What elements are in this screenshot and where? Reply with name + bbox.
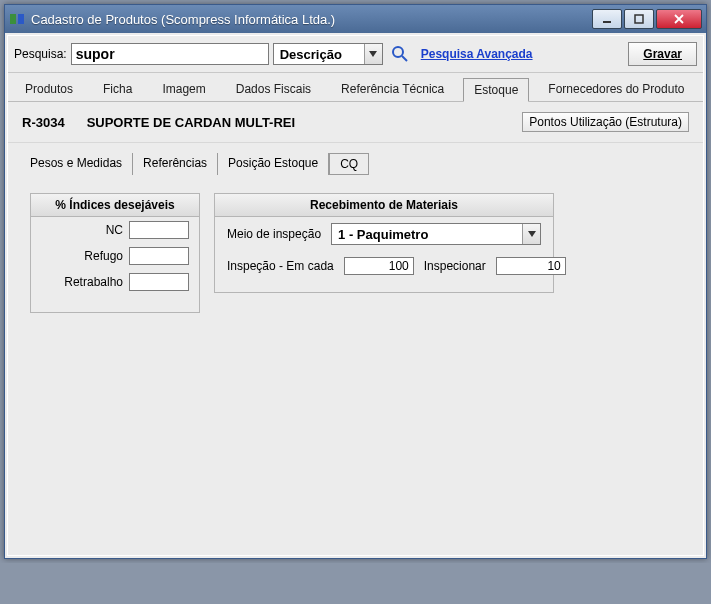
save-button[interactable]: Gravar (628, 42, 697, 66)
search-bar: Pesquisa: Descrição Pesquisa Avançada Gr… (8, 36, 703, 73)
product-description: SUPORTE DE CARDAN MULT-REI (87, 115, 295, 130)
subtab-referencias[interactable]: Referências (133, 153, 218, 175)
maximize-button[interactable] (624, 9, 654, 29)
svg-rect-3 (635, 15, 643, 23)
chevron-down-icon (522, 224, 540, 244)
tab-dados-fiscais[interactable]: Dados Fiscais (225, 77, 322, 101)
recebimento-title: Recebimento de Materiais (215, 194, 553, 217)
subtab-cq[interactable]: CQ (329, 153, 369, 175)
titlebar: Cadastro de Produtos (Scompress Informát… (5, 5, 706, 33)
meio-inspecao-combo[interactable]: 1 - Paquimetro (331, 223, 541, 245)
app-window: Cadastro de Produtos (Scompress Informát… (4, 4, 707, 559)
main-tabs: Produtos Ficha Imagem Dados Fiscais Refe… (8, 73, 703, 102)
search-icon[interactable] (391, 45, 409, 63)
svg-line-5 (402, 56, 407, 61)
recebimento-group: Recebimento de Materiais Meio de inspeçã… (214, 193, 554, 293)
svg-rect-2 (603, 21, 611, 23)
refugo-label: Refugo (84, 249, 123, 263)
svg-rect-1 (18, 14, 24, 24)
subtab-posicao-estoque[interactable]: Posição Estoque (218, 153, 329, 175)
meio-inspecao-value: 1 - Paquimetro (332, 227, 522, 242)
search-label: Pesquisa: (14, 47, 67, 61)
client-area: Pesquisa: Descrição Pesquisa Avançada Gr… (7, 35, 704, 556)
cq-panel: % Índices desejáveis NC Refugo Retrabalh… (8, 175, 703, 555)
nc-label: NC (106, 223, 123, 237)
close-button[interactable] (656, 9, 702, 29)
tab-estoque[interactable]: Estoque (463, 78, 529, 102)
inspecionar-label: Inspecionar (424, 259, 486, 273)
save-button-label: Gravar (643, 47, 682, 61)
meio-inspecao-label: Meio de inspeção (227, 227, 321, 241)
refugo-input[interactable] (129, 247, 189, 265)
svg-rect-0 (10, 14, 16, 24)
indices-title: % Índices desejáveis (31, 194, 199, 217)
app-icon (9, 11, 25, 27)
tab-ficha[interactable]: Ficha (92, 77, 143, 101)
minimize-button[interactable] (592, 9, 622, 29)
emcada-label: Inspeção - Em cada (227, 259, 334, 273)
tab-referencia-tecnica[interactable]: Referência Técnica (330, 77, 455, 101)
product-header: R-3034 SUPORTE DE CARDAN MULT-REI Pontos… (8, 102, 703, 143)
tab-imagem[interactable]: Imagem (151, 77, 216, 101)
search-type-combo[interactable]: Descrição (273, 43, 383, 65)
window-controls (592, 9, 702, 29)
svg-point-4 (393, 47, 403, 57)
chevron-down-icon (364, 44, 382, 64)
inspecionar-input[interactable] (496, 257, 566, 275)
emcada-input[interactable] (344, 257, 414, 275)
sub-tabs: Pesos e Medidas Referências Posição Esto… (8, 143, 703, 175)
tab-fornecedores[interactable]: Fornecedores do Produto (537, 77, 695, 101)
structure-button[interactable]: Pontos Utilização (Estrutura) (522, 112, 689, 132)
advanced-search-link[interactable]: Pesquisa Avançada (421, 47, 533, 61)
tab-produtos[interactable]: Produtos (14, 77, 84, 101)
indices-group: % Índices desejáveis NC Refugo Retrabalh… (30, 193, 200, 313)
search-type-value: Descrição (274, 47, 364, 62)
window-title: Cadastro de Produtos (Scompress Informát… (31, 12, 592, 27)
product-code: R-3034 (22, 115, 65, 130)
nc-input[interactable] (129, 221, 189, 239)
retrabalho-input[interactable] (129, 273, 189, 291)
subtab-pesos[interactable]: Pesos e Medidas (20, 153, 133, 175)
search-input[interactable] (71, 43, 269, 65)
retrabalho-label: Retrabalho (64, 275, 123, 289)
